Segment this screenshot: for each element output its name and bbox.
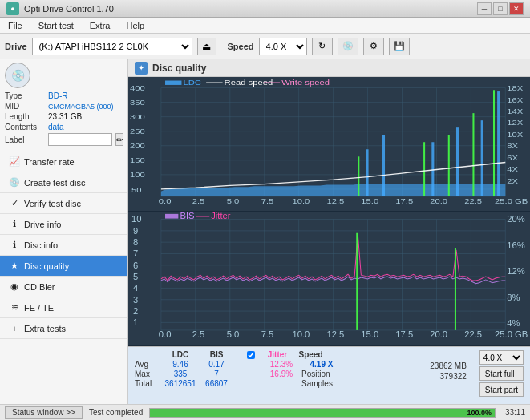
svg-rect-62 [423, 142, 425, 196]
progress-bar-fill [150, 409, 495, 417]
bis-chart: 10 9 8 7 6 5 4 3 2 1 20% 16% 12% 8% 4% [128, 212, 530, 346]
svg-text:12%: 12% [507, 267, 525, 277]
save-button[interactable]: 💾 [389, 38, 410, 55]
disc-type-row: Type BD-R [5, 91, 123, 100]
max-jitter: 16.9% [261, 370, 301, 378]
disc-label-row: Label ✏ [5, 133, 123, 146]
svg-text:2.5: 2.5 [192, 196, 205, 205]
drive-label: Drive [5, 42, 27, 51]
svg-text:200: 200 [130, 141, 145, 150]
max-ldc: 335 [160, 370, 200, 378]
extra-tests-icon: + [8, 322, 21, 335]
mid-key: MID [5, 102, 45, 111]
app-title: Opti Drive Control 1.70 [24, 4, 477, 14]
svg-text:150: 150 [130, 155, 145, 164]
disc-info-icon: ℹ [8, 239, 21, 252]
menu-start-test[interactable]: Start test [34, 19, 79, 32]
svg-text:2: 2 [133, 306, 138, 316]
svg-rect-119 [356, 233, 358, 330]
speed-col-header: Speed [297, 350, 325, 359]
svg-text:250: 250 [130, 127, 145, 135]
verify-disc-icon: ✓ [8, 197, 21, 210]
svg-text:5: 5 [133, 272, 138, 281]
menu-file[interactable]: File [3, 19, 27, 32]
app-icon: ● [6, 2, 19, 15]
progress-bar-container: 100.0% [149, 408, 496, 418]
disc-icon: 💿 [5, 63, 30, 88]
speed-select[interactable]: 4.0 X [259, 38, 307, 55]
label-edit-button[interactable]: ✏ [115, 133, 123, 146]
disc-mid-row: MID CMCMAGBA5 (000) [5, 102, 123, 111]
start-part-button[interactable]: Start part [479, 382, 524, 397]
close-button[interactable]: ✕ [509, 2, 524, 15]
svg-rect-60 [497, 91, 500, 196]
svg-rect-64 [472, 113, 474, 196]
transfer-rate-icon: 📈 [8, 155, 21, 168]
max-bis: 7 [200, 370, 233, 378]
svg-text:18X: 18X [507, 83, 523, 92]
speed-buttons-group: 4.0 X Start full Start part [476, 349, 527, 402]
start-full-button[interactable]: Start full [479, 366, 524, 381]
status-window-button[interactable]: Status window >> [5, 406, 83, 419]
stats-header-row: LDC BIS Jitter Speed [135, 350, 342, 359]
burn-button[interactable]: 💿 [338, 38, 358, 55]
nav-drive-info[interactable]: ℹ Drive info [0, 214, 127, 235]
nav-fe-te[interactable]: ≋ FE / TE [0, 297, 127, 318]
svg-text:10X: 10X [507, 130, 523, 139]
svg-text:12X: 12X [507, 118, 523, 127]
svg-rect-58 [456, 127, 459, 196]
menu-extra[interactable]: Extra [85, 19, 115, 32]
nav-create-test-disc[interactable]: 💿 Create test disc [0, 172, 127, 193]
refresh-button[interactable]: ↻ [312, 38, 333, 55]
nav-disc-info[interactable]: ℹ Disc info [0, 235, 127, 256]
menu-help[interactable]: Help [121, 19, 149, 32]
speed-label: Speed [228, 42, 254, 51]
titlebar: ● Opti Drive Control 1.70 ─ □ ✕ [0, 0, 530, 18]
jitter-col-header: Jitter [261, 350, 293, 359]
label-input[interactable] [48, 133, 112, 146]
nav-transfer-rate[interactable]: 📈 Transfer rate [0, 151, 127, 172]
quality-icon: ✦ [135, 62, 148, 75]
svg-rect-59 [481, 120, 483, 196]
svg-text:8X: 8X [507, 141, 518, 150]
nav-disc-quality[interactable]: ★ Disc quality [0, 256, 127, 277]
svg-text:17.5: 17.5 [395, 330, 413, 340]
svg-rect-49 [165, 81, 181, 85]
window-controls: ─ □ ✕ [477, 2, 524, 15]
svg-text:14X: 14X [507, 107, 523, 115]
svg-text:300: 300 [130, 112, 145, 121]
quality-speed-select[interactable]: 4.0 X [479, 350, 524, 365]
svg-rect-57 [431, 142, 434, 196]
maximize-button[interactable]: □ [493, 2, 508, 15]
jitter-checkbox[interactable] [247, 351, 255, 359]
label-key: Label [5, 135, 45, 144]
svg-text:LDC: LDC [184, 78, 202, 87]
ldc-chart-svg: 400 350 300 250 200 150 100 50 18X 16X 1… [128, 77, 530, 211]
svg-text:20.0: 20.0 [430, 330, 447, 340]
settings-button[interactable]: ⚙ [363, 38, 384, 55]
eject-button[interactable]: ⏏ [197, 38, 216, 55]
nav-cd-bier[interactable]: ◉ CD Bier [0, 277, 127, 297]
svg-text:2.5: 2.5 [192, 330, 205, 340]
drive-select[interactable]: (K:) ATAPI iHBS112 2 CL0K [32, 38, 192, 55]
fe-te-icon: ≋ [8, 301, 21, 314]
svg-text:6: 6 [133, 260, 138, 270]
statusbar: Status window >> Test completed 100.0% 3… [0, 404, 530, 420]
status-time: 33:11 [505, 408, 525, 417]
svg-text:12.5: 12.5 [326, 330, 344, 340]
nav-extra-tests[interactable]: + Extra tests [0, 318, 127, 339]
svg-text:350: 350 [130, 98, 145, 107]
nav-verify-test-disc[interactable]: ✓ Verify test disc [0, 193, 127, 214]
disc-header: 💿 [5, 63, 123, 88]
bis-col-header: BIS [200, 350, 233, 359]
quality-title: Disc quality [152, 63, 206, 74]
svg-text:Write speed: Write speed [281, 78, 330, 87]
svg-text:6X: 6X [507, 152, 518, 161]
position-label: Position [301, 370, 330, 378]
svg-text:8%: 8% [507, 293, 520, 302]
sidebar: 💿 Type BD-R MID CMCMAGBA5 (000) Length 2… [0, 59, 128, 404]
position-row: 23862 MB [425, 361, 467, 370]
svg-text:25.0 GB: 25.0 GB [495, 330, 528, 340]
minimize-button[interactable]: ─ [477, 2, 492, 15]
svg-text:5.0: 5.0 [227, 330, 240, 340]
